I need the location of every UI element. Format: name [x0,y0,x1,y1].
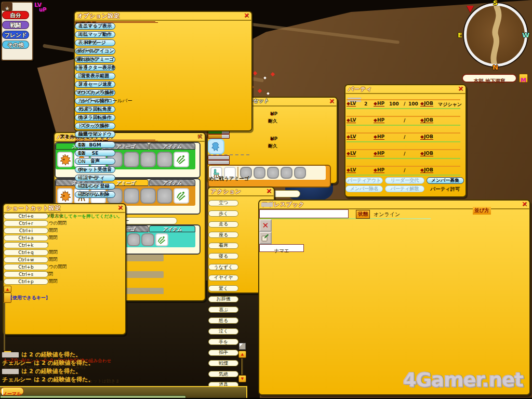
option-row: パーティ確認する [75,175,161,181]
chat-scroll-up-button[interactable]: ▲ [238,351,246,358]
contact-name-input[interactable] [259,209,349,218]
shortcut-key-button[interactable]: Ctrl+e [4,213,48,219]
action-button[interactable]: 泣く [208,328,238,335]
action-button[interactable]: 走る [208,221,238,228]
member-stats-row: ◆LV◆HP/◆JOB [347,134,461,140]
window-title: オプション設定 [77,12,120,20]
diamond-icon: ◆ [347,134,350,139]
stats-underline [347,141,460,142]
shortcut-row: アイテムウィンドウの開閉Ctrl+i [4,228,113,234]
shortcut-key-button[interactable]: Ctrl+a [4,235,48,241]
battle-set-slot[interactable] [294,167,306,179]
action-button[interactable]: イヤイヤ [208,275,238,281]
close-icon[interactable]: ✕ [244,12,249,19]
stat-label: ◆LV [347,167,356,173]
option-value: 表示する [78,39,98,46]
sort-field[interactable]: ナマエ [259,244,304,252]
skill-slot[interactable] [57,152,73,167]
hp-max-value: 100 [408,101,418,107]
diamond-icon: ◆ [374,117,377,123]
action-button[interactable]: 寝る [208,253,238,259]
party-permission-toggle[interactable]: パーティ許可 [427,185,464,192]
option-value: 表示する [78,56,98,63]
shortcut-key-button[interactable]: Ctrl+s [4,271,48,277]
option-row: ホイール操作カメラ+スクロールバー [75,98,161,104]
option-row: メッセージ速度普通 [75,81,162,88]
shortcut-key-button[interactable]: Ctrl+q [4,249,48,256]
amigo-slot[interactable] [57,188,73,204]
chat-mode-button[interactable]: ノーマル [0,387,24,395]
battle-set-slot[interactable] [267,167,279,179]
delete-contact-button[interactable]: ✕ [259,219,272,232]
option-value: 広い [78,73,88,79]
chat-scroll-down-button[interactable]: ▼ [238,375,246,382]
action-button[interactable]: 喜ぶ [208,307,238,313]
menu-button[interactable]: フレンド [2,31,29,39]
tab-item[interactable]: アイテム [149,225,195,232]
shortcut-key-button[interactable]: Ctrl+w [4,257,48,263]
stat-label: ◆HP [374,101,384,107]
skill-slot-locked[interactable] [174,152,189,167]
option-row: アイテム削除確認する [75,191,161,198]
location-name: 本部 地下洞窟 [474,78,505,84]
close-icon[interactable]: ✕ [266,188,272,195]
action-button[interactable]: 座る [208,232,238,238]
party-button-grid: パーティアウトリーダー交代メンバー募集メンバー除名パーティ解散パーティ許可 [345,177,464,192]
action-button[interactable]: 立つ [208,200,238,206]
job-value: マジシャン [438,101,462,108]
menu-button[interactable]: その他 [2,41,29,49]
action-button[interactable]: 怒る [208,317,238,324]
close-icon[interactable]: ✕ [117,204,123,211]
menu-button[interactable]: 戦闘 [2,21,29,29]
option-row: フレンド登録確認する [75,183,161,190]
shortcut-key-button[interactable]: Ctrl+p [4,278,48,285]
close-icon[interactable]: ✕ [329,98,335,105]
star-icon: ★ [5,5,10,12]
diamond-icon: ◆ [420,151,424,156]
shortcut-row: スキルウィンドウの開閉Ctrl+s [4,271,113,277]
option-row: カメラ回転操作標準 [75,114,161,121]
chat-message: は 2 の経験値を得た。 [2,368,231,375]
item-slot[interactable] [127,233,140,246]
scroll-track[interactable] [4,303,5,351]
option-value: ドラッグのみ [78,123,108,129]
chat-resize-grip[interactable] [239,343,246,350]
action-button[interactable]: 手を [208,339,238,345]
status-badge: 状態 [356,210,370,219]
close-icon[interactable]: ✕ [458,85,463,92]
party-action-button[interactable]: メンバー募集 [427,177,464,184]
member-stats-row: ◆LV2◆HP100/100◆JOBマジシャン [347,101,461,107]
menu-button[interactable]: 自分 [2,11,29,19]
party-member-row: ◆LV2◆HP100/100◆JOBマジシャン [345,94,461,110]
memo-button[interactable] [259,232,272,244]
option-value: 標準 [78,114,88,121]
action-button[interactable]: 歩く [208,210,238,217]
option-value: カメラ+スクロールバー [78,98,132,104]
scroll-up-button[interactable]: ▲ [4,286,11,292]
option-row: HPゲージ表示する [75,39,162,46]
censored-name [261,203,273,207]
item-slot[interactable] [141,233,154,246]
action-button[interactable]: 着席 [208,243,238,249]
battle-set-slot[interactable] [281,167,292,179]
action-button[interactable]: うなずく [208,264,238,270]
shortcut-key-button[interactable]: Ctrl+b [4,264,48,270]
minimap[interactable] [464,3,527,66]
option-row: カメラ回転角度45度 [75,106,161,113]
shortcut-key-button[interactable]: Ctrl+r [4,220,48,227]
close-icon[interactable]: ✕ [522,201,527,208]
shortcut-key-button[interactable]: Ctrl+i [4,228,48,234]
amigo-slot-locked[interactable] [174,188,189,204]
diamond-icon: ◆ [347,117,350,123]
chat-log: は 2 の経験値を得た。チェルシーは 2 の経験値を得た。は 2 の経験値を得た… [2,351,231,384]
map-button[interactable]: M [519,74,528,83]
shortcut-key-button[interactable]: Ctrl+k [4,242,48,248]
diamond-icon: ◆ [347,167,350,172]
game-screen: ✕ ◆ HP ◆耐久 ◆ HP ◆耐久 バトルセット [0,0,532,399]
chat-scroll-track[interactable] [242,358,243,375]
action-button[interactable]: お辞儀 [208,296,238,302]
window-title: パーティ [348,86,373,93]
battle-set-slot[interactable] [254,167,265,179]
item-slot-locked[interactable] [155,233,168,246]
action-button[interactable]: 驚く [208,285,238,291]
